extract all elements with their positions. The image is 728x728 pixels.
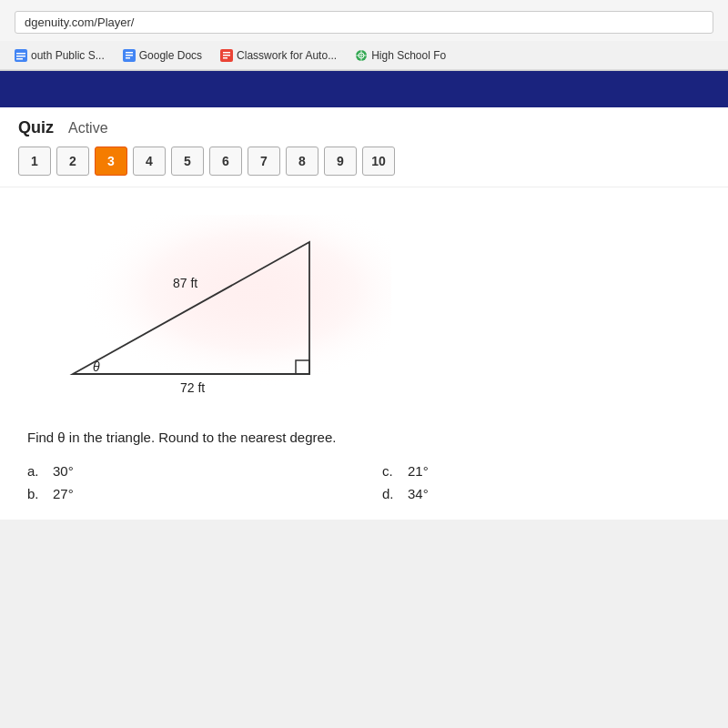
svg-rect-16 [46, 215, 391, 406]
q-btn-4[interactable]: 4 [133, 147, 166, 176]
answer-c-value: 21° [408, 463, 429, 479]
svg-rect-1 [16, 53, 25, 55]
svg-rect-10 [223, 55, 230, 56]
question-area: 87 ft 72 ft θ Find θ in the triangle. Ro… [0, 187, 728, 520]
nav-bar [0, 71, 728, 107]
quiz-header: Quiz Active 1 2 3 4 5 6 7 8 9 10 [0, 107, 728, 187]
main-content: Quiz Active 1 2 3 4 5 6 7 8 9 10 [0, 107, 728, 520]
svg-rect-3 [16, 58, 23, 60]
question-text: Find θ in the triangle. Round to the nea… [27, 428, 701, 449]
bookmark-highschool-label: High School Fo [371, 49, 446, 62]
angle-label: θ [93, 359, 100, 374]
bookmarks-bar: outh Public S... Google Docs [0, 41, 728, 70]
answer-a[interactable]: a. 30° [27, 463, 346, 479]
highschool-icon [355, 49, 368, 62]
q-btn-7[interactable]: 7 [248, 147, 280, 176]
svg-rect-9 [223, 52, 230, 54]
svg-rect-2 [16, 56, 25, 57]
answer-d-value: 34° [408, 486, 429, 501]
google-docs-icon [123, 49, 136, 62]
south-icon [15, 49, 27, 62]
answer-c-letter: c. [382, 463, 400, 479]
quiz-label: Quiz [18, 118, 54, 137]
answer-b[interactable]: b. 27° [27, 486, 346, 501]
bookmark-classwork-label: Classwork for Auto... [237, 49, 337, 62]
svg-rect-7 [126, 57, 130, 59]
bookmark-highschool[interactable]: High School Fo [348, 46, 453, 65]
q-btn-10[interactable]: 10 [362, 147, 395, 176]
q-btn-8[interactable]: 8 [286, 147, 318, 176]
svg-rect-11 [223, 57, 228, 59]
quiz-status: Active [68, 120, 108, 136]
answer-d-letter: d. [382, 486, 400, 501]
q-btn-3[interactable]: 3 [95, 147, 127, 176]
answer-b-letter: b. [27, 486, 46, 501]
q-btn-9[interactable]: 9 [324, 147, 357, 176]
address-bar[interactable]: dgenuity.com/Player/ [15, 11, 713, 34]
svg-rect-6 [126, 55, 133, 56]
answers-grid: a. 30° c. 21° b. 27° d. 34° [27, 463, 701, 501]
triangle-diagram: 87 ft 72 ft θ [46, 215, 701, 410]
classwork-icon [220, 49, 233, 62]
bookmark-south[interactable]: outh Public S... [7, 46, 112, 65]
q-btn-2[interactable]: 2 [56, 147, 89, 176]
question-numbers: 1 2 3 4 5 6 7 8 9 10 [18, 147, 710, 179]
answer-a-value: 30° [53, 463, 74, 479]
quiz-title-row: Quiz Active [18, 118, 710, 137]
hyp-label: 87 ft [173, 276, 197, 290]
answer-a-letter: a. [27, 463, 46, 479]
q-btn-5[interactable]: 5 [171, 147, 204, 176]
bookmark-google-docs-label: Google Docs [139, 49, 202, 62]
triangle-svg: 87 ft 72 ft θ [46, 215, 391, 406]
answer-b-value: 27° [53, 486, 74, 501]
q-btn-1[interactable]: 1 [18, 147, 51, 176]
bookmark-south-label: outh Public S... [31, 49, 105, 62]
bookmark-classwork[interactable]: Classwork for Auto... [213, 46, 344, 65]
browser-chrome: dgenuity.com/Player/ outh Public S... Go… [0, 0, 728, 71]
answer-c[interactable]: c. 21° [382, 463, 701, 479]
svg-rect-5 [126, 52, 133, 54]
bookmark-google-docs[interactable]: Google Docs [116, 46, 209, 65]
answer-d[interactable]: d. 34° [382, 486, 701, 501]
base-label: 72 ft [180, 380, 205, 395]
q-btn-6[interactable]: 6 [209, 147, 242, 176]
